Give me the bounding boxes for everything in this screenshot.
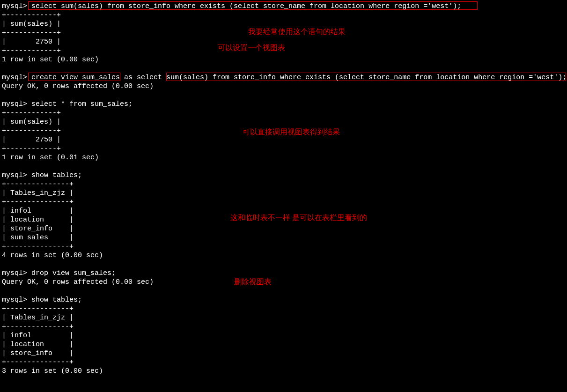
terminal-line: +---------------+ — [2, 358, 74, 366]
terminal-line: mysql> show tables; — [2, 296, 82, 304]
terminal-line: 1 row in set (0.01 sec) — [2, 154, 99, 162]
terminal-line: +---------------+ — [2, 323, 74, 331]
terminal-line: mysql> select * from sum_sales; — [2, 100, 133, 108]
terminal-line: | Tables_in_zjz | — [2, 189, 74, 197]
terminal-line: mysql> drop view sum_sales; — [2, 269, 116, 277]
terminal-line: | Tables_in_zjz | — [2, 314, 74, 322]
terminal-line: | infol | — [2, 332, 74, 340]
annotation-frequent-use: 我要经常使用这个语句的结果 — [248, 27, 346, 36]
terminal-line: +---------------+ — [2, 198, 74, 206]
terminal-line: mysql> select sum(sales) from store_info… — [2, 2, 461, 10]
annotation-call-view: 可以直接调用视图表得到结果 — [243, 127, 340, 136]
terminal-line: | sum_sales | — [2, 234, 74, 242]
terminal-line: | store_info | — [2, 225, 74, 233]
terminal-line: 4 rows in set (0.00 sec) — [2, 251, 103, 259]
terminal-line: +------------+ — [2, 109, 61, 117]
annotation-drop-view: 删除视图表 — [234, 277, 272, 286]
terminal-line: | sum(sales) | — [2, 20, 61, 28]
terminal-line: mysql> show tables; — [2, 171, 82, 179]
terminal-line: | 2750 | — [2, 136, 61, 144]
terminal-line: | location | — [2, 216, 74, 224]
terminal-line: +---------------+ — [2, 243, 74, 251]
terminal-line: +------------+ — [2, 127, 61, 135]
terminal-line: Query OK, 0 rows affected (0.00 sec) — [2, 278, 154, 286]
terminal-line: 1 row in set (0.00 sec) — [2, 56, 99, 64]
terminal-line: 3 rows in set (0.00 sec) — [2, 367, 103, 375]
terminal-line: +------------+ — [2, 145, 61, 153]
terminal-line: mysql> create view sum_sales as select s… — [2, 74, 567, 81]
terminal-line: | 2750 | — [2, 38, 61, 46]
terminal-line: +------------+ — [2, 29, 61, 37]
terminal-line: | sum(sales) | — [2, 118, 61, 126]
terminal-line: +------------+ — [2, 11, 61, 19]
terminal-line: Query OK, 0 rows affected (0.00 sec) — [2, 82, 154, 90]
annotation-not-temp-table: 这和临时表不一样 是可以在表栏里看到的 — [230, 213, 367, 222]
terminal-line: | store_info | — [2, 349, 74, 357]
terminal-line: +---------------+ — [2, 305, 74, 313]
terminal-line: +------------+ — [2, 47, 61, 55]
terminal-line: | infol | — [2, 207, 74, 215]
terminal-output[interactable]: mysql> select sum(sales) from store_info… — [2, 2, 565, 376]
terminal-line: +---------------+ — [2, 180, 74, 188]
annotation-set-view: 可以设置一个视图表 — [218, 43, 285, 52]
terminal-line: | location | — [2, 340, 74, 348]
